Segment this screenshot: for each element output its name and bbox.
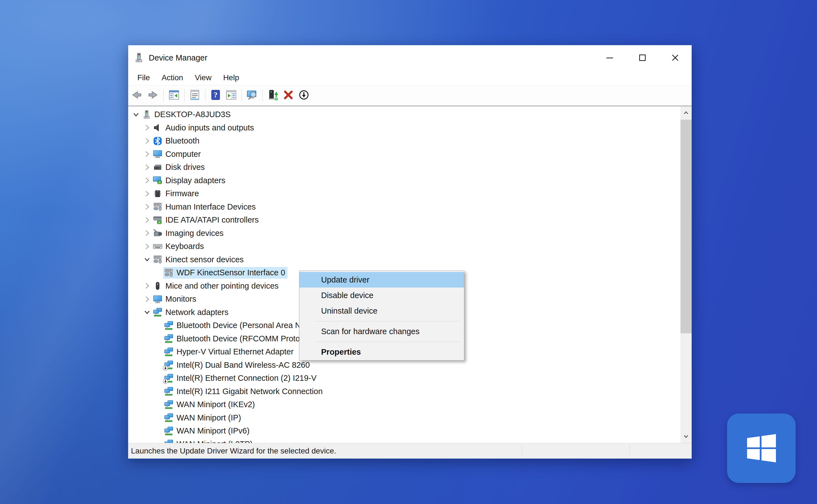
tree-row[interactable]: Intel(R) Ethernet Connection (2) I219-V [128, 372, 680, 385]
tree-row[interactable]: Keyboards [128, 240, 680, 253]
context-menu-item-disable-device[interactable]: Disable device [299, 288, 464, 303]
tree-row[interactable]: Kinect sensor devices [128, 253, 680, 266]
tree-item-label: Audio inputs and outputs [165, 123, 254, 132]
toolbar-button[interactable] [296, 88, 312, 103]
chevron-right-icon[interactable] [142, 294, 152, 304]
toolbar-button[interactable] [145, 88, 161, 103]
toolbar [128, 85, 692, 106]
tree-row[interactable]: Audio inputs and outputs [128, 121, 680, 135]
tree-row[interactable]: WAN Miniport (IKEv2) [128, 398, 680, 411]
tree-item: DESKTOP-A8JUD3S [141, 109, 233, 120]
chevron-icon[interactable] [153, 321, 163, 331]
tree-item-label: IDE ATA/ATAPI controllers [165, 215, 259, 225]
context-menu-item-update-driver[interactable]: Update driver [299, 272, 464, 288]
chevron-icon[interactable] [153, 386, 163, 396]
status-bar-divider [522, 445, 522, 457]
chevron-icon[interactable] [153, 413, 163, 423]
chevron-icon[interactable] [153, 400, 163, 410]
chevron-right-icon[interactable] [142, 175, 152, 185]
chevron-right-icon[interactable] [142, 215, 152, 225]
tree-item: Audio inputs and outputs [152, 122, 256, 133]
back-icon [131, 89, 142, 102]
toolbar-button[interactable] [129, 88, 144, 103]
tree-item-label: Display adapters [165, 176, 225, 185]
tree-item-label: Intel(R) Dual Band Wireless-AC 8260 [176, 361, 310, 370]
tree-item: Display adapters [152, 175, 228, 186]
toolbar-button[interactable] [265, 88, 281, 103]
chevron-right-icon[interactable] [142, 281, 152, 291]
tree-row[interactable]: Imaging devices [128, 227, 680, 240]
tree-item: Hyper-V Virtual Ethernet Adapter [163, 346, 296, 358]
toolbar-button[interactable] [166, 88, 182, 103]
uninstall-icon [283, 89, 294, 102]
chevron-icon[interactable] [153, 347, 163, 357]
chevron-icon[interactable] [153, 334, 163, 344]
tree-row[interactable]: DESKTOP-A8JUD3S [128, 108, 680, 121]
chevron-right-icon[interactable] [142, 202, 152, 212]
menu-help[interactable]: Help [217, 70, 245, 85]
tree-row[interactable]: Disk drives [128, 161, 680, 174]
action-pane-icon [225, 89, 237, 102]
vertical-scrollbar[interactable] [680, 106, 692, 443]
tree-row[interactable]: Computer [128, 148, 680, 161]
toolbar-button[interactable] [187, 88, 203, 103]
chevron-icon[interactable] [153, 426, 163, 436]
close-icon [670, 53, 680, 62]
context-menu-item-uninstall-device[interactable]: Uninstall device [299, 303, 464, 319]
tree-row[interactable]: Firmware [128, 187, 680, 200]
scroll-down-button[interactable] [680, 430, 692, 443]
toolbar-button[interactable] [244, 88, 260, 103]
chevron-right-icon[interactable] [142, 241, 152, 251]
mon-icon [153, 294, 163, 304]
toolbar-button[interactable] [208, 88, 223, 103]
mon-icon [153, 149, 163, 159]
tree-row[interactable]: WAN Miniport (IPv6) [128, 424, 680, 438]
net-icon [164, 373, 174, 383]
help-icon [210, 89, 221, 102]
chevron-icon[interactable] [153, 360, 163, 370]
chevron-up-icon [682, 109, 690, 117]
toolbar-separator [163, 89, 164, 102]
windows-logo-tile[interactable] [727, 414, 796, 483]
disable-icon [298, 89, 310, 102]
status-bar: Launches the Update Driver Wizard for th… [128, 443, 692, 458]
tree-row[interactable]: Intel(R) I211 Gigabit Network Connection [128, 385, 680, 398]
close-button[interactable] [659, 45, 692, 70]
chevron-down-icon[interactable] [131, 110, 141, 120]
scroll-up-button[interactable] [680, 106, 692, 120]
toolbar-button[interactable] [223, 88, 239, 103]
chevron-right-icon[interactable] [142, 149, 152, 159]
tree-row[interactable]: Display adapters [128, 174, 680, 187]
chevron-icon[interactable] [153, 373, 163, 383]
hid-icon [153, 202, 163, 212]
menu-file[interactable]: File [132, 70, 156, 85]
tree-item-label: Bluetooth [165, 136, 200, 145]
toolbar-button[interactable] [281, 88, 296, 103]
disk-icon [153, 162, 163, 172]
chevron-right-icon[interactable] [142, 189, 152, 199]
tree-row[interactable]: Bluetooth [128, 134, 680, 148]
scrollbar-thumb[interactable] [680, 120, 692, 333]
tree-row[interactable]: Human Interface Devices [128, 200, 680, 214]
maximize-button[interactable] [626, 45, 659, 70]
menu-view[interactable]: View [189, 70, 217, 85]
tree-row[interactable]: WAN Miniport (L2TP) [128, 438, 680, 443]
minimize-button[interactable] [593, 45, 626, 70]
chevron-right-icon[interactable] [142, 228, 152, 238]
chevron-icon[interactable] [153, 268, 163, 278]
context-menu-item-properties[interactable]: Properties [299, 344, 464, 360]
menu-action[interactable]: Action [156, 70, 189, 85]
context-menu-item-scan-hardware[interactable]: Scan for hardware changes [299, 324, 464, 339]
tree-row[interactable]: IDE ATA/ATAPI controllers [128, 213, 680, 227]
minimize-icon [605, 53, 614, 62]
tree-item: Network adapters [152, 306, 231, 318]
chevron-down-icon[interactable] [142, 307, 152, 317]
menu-item-label: Scan for hardware changes [321, 327, 420, 336]
chevron-down-icon[interactable] [142, 254, 152, 264]
chevron-right-icon[interactable] [142, 123, 152, 133]
tree-row[interactable]: WAN Miniport (IP) [128, 411, 680, 425]
chevron-right-icon[interactable] [142, 136, 152, 146]
chevron-icon[interactable] [153, 439, 163, 443]
menu-item-label: Update driver [321, 275, 369, 284]
chevron-right-icon[interactable] [142, 162, 152, 172]
